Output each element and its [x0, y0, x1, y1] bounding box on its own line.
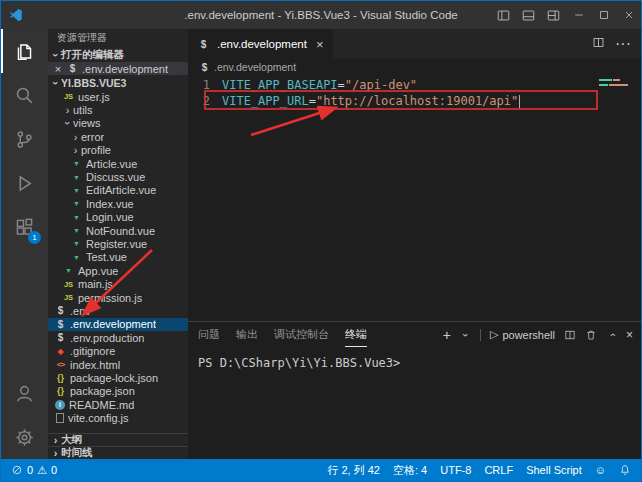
notifications-bell-icon[interactable] — [619, 464, 631, 476]
open-editor-item[interactable]: × $ .env.development — [48, 62, 188, 75]
file-Test.vue[interactable]: ▼Test.vue — [48, 251, 188, 264]
toggle-sidebar-icon[interactable] — [491, 1, 516, 29]
maximize-button[interactable] — [591, 1, 616, 29]
chevron-down-icon: › — [50, 77, 62, 88]
panel-tab-problems[interactable]: 问题 — [198, 322, 220, 347]
sidebar-bottom-sections: › 大纲 › 时间线 — [48, 433, 188, 459]
project-header[interactable]: › YI.BBS.VUE3 — [48, 75, 188, 90]
folder-profile[interactable]: ›profile — [48, 144, 188, 157]
close-icon[interactable]: × — [316, 37, 324, 52]
folder-error[interactable]: ›error — [48, 130, 188, 143]
folder-views[interactable]: ›views — [48, 117, 188, 130]
indentation-status[interactable]: 空格: 4 — [393, 463, 427, 478]
code-line-1: 1VITE_APP_BASEAPI="/api-dev" — [188, 77, 641, 93]
cursor-position-status[interactable]: 行 2, 列 42 — [327, 463, 380, 478]
minimize-button[interactable] — [566, 1, 591, 29]
tab-env-development[interactable]: $ .env.development × — [188, 29, 333, 59]
source-control-icon[interactable] — [1, 117, 48, 161]
file-label: error — [81, 131, 104, 143]
eol-status[interactable]: CRLF — [484, 464, 513, 476]
readme-icon: i — [55, 400, 65, 410]
split-editor-icon[interactable] — [592, 35, 605, 53]
close-button[interactable] — [616, 1, 641, 29]
file-Index.vue[interactable]: ▼Index.vue — [48, 197, 188, 210]
timeline-section[interactable]: › 时间线 — [48, 446, 188, 459]
panel-tab-output[interactable]: 输出 — [236, 322, 258, 347]
file-Login.vue[interactable]: ▼Login.vue — [48, 211, 188, 224]
maximize-panel-icon[interactable]: › — [606, 329, 617, 341]
title-bar: .env.development - Yi.BBS.Vue3 - Visual … — [1, 1, 641, 29]
file-.env.development[interactable]: $.env.development — [48, 318, 188, 331]
file-EditArticle.vue[interactable]: ▼EditArticle.vue — [48, 184, 188, 197]
folder-utils[interactable]: ›utils — [48, 103, 188, 116]
panel-header: 问题输出调试控制台终端 + › ▷ powershell › × — [188, 322, 641, 347]
breadcrumb[interactable]: $ .env.development — [188, 59, 641, 75]
vscode-window: .env.development - Yi.BBS.Vue3 - Visual … — [0, 0, 642, 482]
file-App.vue[interactable]: ▼App.vue — [48, 264, 188, 277]
chevron-right-icon: › — [70, 131, 81, 143]
file-index.html[interactable]: <>index.html — [48, 358, 188, 371]
html-icon: <> — [54, 360, 67, 369]
warnings-count: 0 — [51, 464, 57, 476]
open-editor-label: .env.development — [82, 63, 168, 75]
file-main.js[interactable]: JSmain.js — [48, 277, 188, 290]
more-actions-icon[interactable]: ··· — [615, 35, 631, 53]
file-package-lock.json[interactable]: {}package-lock.json — [48, 371, 188, 384]
new-terminal-icon[interactable]: + — [443, 327, 451, 343]
close-panel-icon[interactable]: × — [626, 328, 633, 342]
file-label: README.md — [69, 399, 134, 411]
extensions-icon[interactable]: 1 — [1, 205, 48, 249]
tab-bar: $ .env.development × ··· — [188, 29, 641, 59]
file-Register.vue[interactable]: ▼Register.vue — [48, 237, 188, 250]
file-label: Discuss.vue — [86, 171, 145, 183]
open-editors-header[interactable]: › 打开的编辑器 — [48, 47, 188, 62]
file-.env.production[interactable]: $.env.production — [48, 331, 188, 344]
language-mode-status[interactable]: Shell Script — [526, 464, 582, 476]
file-label: .gitignore — [70, 345, 115, 357]
split-terminal-icon[interactable] — [564, 329, 576, 341]
file-label: App.vue — [78, 265, 118, 277]
terminal-profile[interactable]: ▷ powershell — [490, 328, 555, 341]
run-debug-icon[interactable] — [1, 161, 48, 205]
file-label: NotFound.vue — [86, 225, 155, 237]
feedback-smiley-icon[interactable]: ☺ — [595, 464, 606, 476]
divider — [480, 329, 481, 341]
settings-gear-icon[interactable] — [1, 415, 48, 459]
chevron-down-icon[interactable]: › — [460, 329, 471, 341]
explorer-icon[interactable] — [1, 29, 48, 73]
problems-status[interactable]: 0 ⚠ 0 — [11, 464, 57, 477]
trash-icon[interactable] — [585, 329, 597, 341]
account-icon[interactable] — [1, 371, 48, 415]
js-icon: JS — [62, 280, 75, 289]
file-README.md[interactable]: iREADME.md — [48, 398, 188, 411]
search-icon[interactable] — [1, 73, 48, 117]
file-label: package.json — [70, 385, 135, 397]
file-Article.vue[interactable]: ▼Article.vue — [48, 157, 188, 170]
json-icon: {} — [54, 386, 67, 396]
panel-tab-debug-console[interactable]: 调试控制台 — [274, 322, 329, 347]
sidebar-title: 资源管理器 — [48, 29, 188, 47]
file-NotFound.vue[interactable]: ▼NotFound.vue — [48, 224, 188, 237]
timeline-label: 时间线 — [61, 446, 93, 459]
line-number: 2 — [188, 93, 210, 109]
file-label: profile — [81, 144, 111, 156]
toggle-panel-icon[interactable] — [516, 1, 541, 29]
vue-icon: ▼ — [70, 160, 83, 167]
minimap[interactable] — [599, 79, 635, 89]
terminal-content[interactable]: PS D:\CSharp\Yi\Yi.BBS.Vue3> — [188, 347, 641, 370]
panel-tab-terminal[interactable]: 终端 — [345, 322, 367, 347]
file-package.json[interactable]: {}package.json — [48, 385, 188, 398]
file-permission.js[interactable]: JSpermission.js — [48, 291, 188, 304]
file-Discuss.vue[interactable]: ▼Discuss.vue — [48, 170, 188, 183]
vue-icon: ▼ — [70, 254, 83, 261]
customize-layout-icon[interactable] — [541, 1, 566, 29]
file-.gitignore[interactable]: ◆.gitignore — [48, 344, 188, 357]
file-icon — [56, 413, 64, 423]
encoding-status[interactable]: UTF-8 — [440, 464, 471, 476]
file-.env[interactable]: $.env — [48, 304, 188, 317]
outline-section[interactable]: › 大纲 — [48, 433, 188, 446]
file-user.js[interactable]: JSuser.js — [48, 90, 188, 103]
file-vite.config.js[interactable]: vite.config.js — [48, 411, 188, 424]
code-area[interactable]: 1VITE_APP_BASEAPI="/api-dev" 2VITE_APP_U… — [188, 75, 641, 109]
close-icon[interactable]: × — [52, 63, 64, 75]
